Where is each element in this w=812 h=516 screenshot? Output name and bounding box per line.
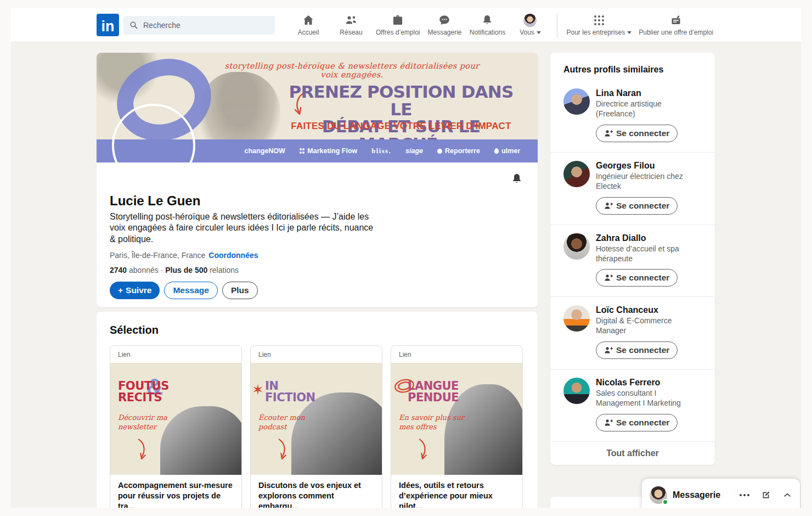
ellipsis-icon[interactable]: [740, 492, 749, 498]
similar-profile-name[interactable]: Lina Naran: [596, 88, 689, 98]
logo-reporterre: Reporterre: [437, 147, 480, 155]
profile-headline: Storytelling post-héroïque & newsletters…: [110, 211, 380, 245]
link-type-label: Lien: [110, 346, 241, 363]
art-title-2: RECITS: [118, 392, 169, 403]
similar-profile-name[interactable]: Nicolas Ferrero: [596, 378, 689, 388]
main-nav: Accueil Réseau Offres d’emploi: [287, 8, 551, 42]
search-box[interactable]: [123, 16, 275, 35]
featured-link-card[interactable]: Lien LANGUE PENDUE En savoir plus sur me…: [391, 345, 523, 508]
connect-button[interactable]: Se connecter: [596, 341, 678, 359]
person-plus-icon: [604, 418, 613, 427]
similar-profiles-card: Autres profils similaires Lina Naran Dir…: [550, 53, 715, 465]
show-all-link[interactable]: Tout afficher: [550, 442, 715, 465]
art-script: En savoir plus sur mes offres: [399, 413, 465, 432]
chat-icon: [438, 14, 451, 27]
profile-name[interactable]: Lucie Le Guen: [110, 193, 200, 209]
featured-link-card[interactable]: Lien & FOUTUS RECITS Découvrir ma newsle…: [110, 345, 242, 508]
connect-button[interactable]: Se connecter: [596, 197, 678, 215]
followers-count: 2740: [110, 266, 127, 274]
search-input[interactable]: [143, 21, 269, 30]
follow-button[interactable]: +Suivre: [110, 282, 160, 299]
featured-title: Sélection: [110, 324, 525, 336]
nav-item-notifications[interactable]: Notifications: [466, 8, 509, 42]
nav-item-home[interactable]: Accueil: [287, 8, 330, 42]
messaging-dock[interactable]: Messagerie: [642, 479, 800, 508]
linkedin-logo[interactable]: in: [97, 14, 119, 36]
contact-info-link[interactable]: Coordonnées: [208, 251, 258, 260]
presence-indicator: [662, 499, 668, 505]
nav-item-messaging[interactable]: Messagerie: [423, 8, 466, 42]
link-type-label: Lien: [251, 346, 382, 363]
compose-icon[interactable]: [760, 490, 771, 501]
star-decor: ✶: [252, 382, 264, 399]
bell-icon: [481, 14, 494, 27]
chevron-down-icon: [627, 31, 631, 34]
link-caption: Discutons de vos enjeux et explorons com…: [251, 475, 382, 508]
messaging-title: Messagerie: [673, 490, 734, 500]
avatar[interactable]: [563, 233, 590, 260]
nav-label: Publier une offre d’emploi: [639, 29, 713, 36]
network-icon: [345, 14, 358, 27]
more-button[interactable]: Plus: [222, 282, 258, 299]
nav-divider: [557, 13, 557, 37]
similar-profile-row: Georges Filou Ingénieur électricien chez…: [550, 153, 715, 225]
banner-headline-1: PRENEZ POSITION DANS LE: [278, 83, 525, 118]
similar-profile-name[interactable]: Zahra Diallo: [596, 233, 689, 243]
similar-profile-headline: Hotesse d’accueil et spa thérapeute: [596, 244, 689, 264]
logo-changenow: changeNOW: [245, 147, 285, 155]
art-title-2: PENDUE: [408, 392, 459, 403]
link-caption: Idées, outils et retours d’expérience po…: [391, 475, 522, 508]
avatar[interactable]: [563, 161, 590, 187]
connect-button[interactable]: Se connecter: [596, 125, 678, 142]
nav-item-me[interactable]: Vous: [509, 8, 551, 42]
featured-section: Sélection Lien & FOUTUS RECITS Découvrir…: [97, 312, 538, 508]
page: in Accueil Réseau: [11, 8, 801, 508]
similar-profile-headline: Ingénieur électricien chez Electek: [596, 172, 689, 192]
search-icon: [129, 20, 139, 30]
similar-profiles-title: Autres profils similaires: [550, 65, 715, 80]
connections-count: Plus de 500: [165, 266, 207, 274]
similar-profile-row: Lina Naran Directrice artistique (Freela…: [550, 80, 715, 153]
connect-button[interactable]: Se connecter: [596, 269, 678, 287]
top-navbar: in Accueil Réseau: [11, 8, 801, 42]
similar-profile-headline: Sales consultant I Management I Marketin…: [596, 389, 689, 408]
nav-label: Offres d’emploi: [376, 29, 420, 36]
nav-item-business[interactable]: Pour les entreprises: [563, 14, 635, 36]
banner-subline: FAITES DU LANGAGE VOTRE LEVIER D’IMPACT: [278, 121, 525, 132]
chevron-down-icon: [537, 31, 541, 34]
connect-button[interactable]: Se connecter: [596, 414, 678, 431]
avatar[interactable]: [563, 88, 590, 115]
person-plus-icon: [604, 129, 613, 138]
art-script: Écouter mon podcast: [258, 413, 324, 432]
art-arrow: [413, 438, 432, 462]
message-button[interactable]: Message: [164, 282, 217, 299]
link-card-image: & FOUTUS RECITS Découvrir ma newsletter: [110, 363, 241, 475]
avatar[interactable]: [563, 378, 590, 404]
me-avatar: [523, 14, 537, 27]
reporterre-icon: [437, 149, 442, 154]
person-plus-icon: [604, 346, 613, 355]
profile-card: storytelling post-héroïque & newsletters…: [97, 53, 538, 307]
nav-item-jobs[interactable]: Offres d’emploi: [373, 8, 423, 42]
messaging-avatar: [650, 486, 667, 504]
featured-link-card[interactable]: Lien ✶ IN FICTION Écouter mon podcast Di…: [250, 345, 382, 508]
art-photo: [291, 392, 382, 475]
nav-label: Réseau: [340, 29, 362, 36]
subscribe-bell-icon[interactable]: [510, 172, 523, 186]
profile-photo[interactable]: [112, 104, 195, 187]
logo-bliss: bliss.: [371, 147, 391, 155]
nav-label: Messagerie: [427, 29, 461, 36]
art-title-2: FICTION: [265, 392, 315, 403]
followers-label: abonnés: [129, 266, 159, 274]
similar-profile-name[interactable]: Loïc Chanceux: [596, 305, 689, 315]
chevron-up-icon[interactable]: [782, 490, 792, 500]
nav-item-post-job[interactable]: Publier une offre d’emploi: [635, 14, 717, 36]
similar-profile-name[interactable]: Georges Filou: [596, 161, 689, 171]
art-title-1: FOUTUS: [118, 380, 169, 392]
marketing-flow-icon: [300, 148, 305, 154]
nav-item-network[interactable]: Réseau: [330, 8, 373, 42]
avatar[interactable]: [563, 305, 590, 332]
logo-ulmer: ulmer: [494, 147, 520, 155]
nav-label: Accueil: [298, 29, 319, 36]
link-card-image: ✶ IN FICTION Écouter mon podcast: [251, 363, 382, 475]
